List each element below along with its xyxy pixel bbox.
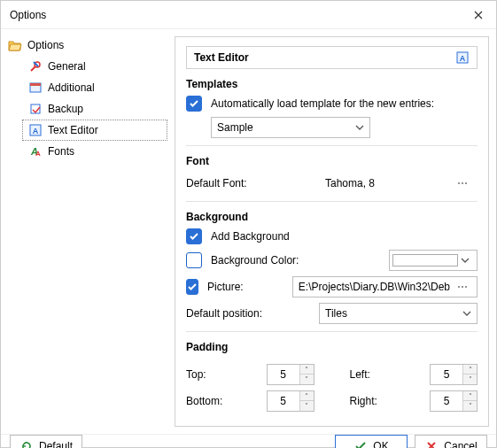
divider [186, 201, 478, 202]
settings-panel: Text Editor A Templates Automatically lo… [175, 36, 489, 427]
titlebar: Options [1, 1, 496, 29]
svg-text:A: A [460, 54, 466, 63]
add-background-checkbox[interactable] [186, 228, 202, 244]
close-icon [474, 11, 483, 19]
ellipsis-icon[interactable]: ⋯ [454, 177, 471, 189]
spin-up-icon[interactable]: ˄ [300, 365, 314, 375]
panel-header: Text Editor A [186, 46, 478, 69]
spin-down-icon[interactable]: ˅ [300, 375, 314, 384]
check-icon [189, 231, 199, 242]
ellipsis-icon[interactable]: ⋯ [454, 281, 471, 293]
default-font-field[interactable]: Tahoma, 8 ⋯ [319, 173, 478, 194]
tree-item-backup[interactable]: Backup [22, 98, 167, 120]
tree-item-label: Additional [48, 81, 95, 94]
section-background: Background [186, 211, 478, 223]
options-dialog: Options Options General [0, 0, 497, 448]
padding-top-value: 5 [268, 368, 299, 381]
tree-item-label: Backup [48, 103, 83, 115]
panel-title: Text Editor [194, 51, 455, 64]
spin-up-icon[interactable]: ˄ [300, 391, 314, 401]
background-color-label: Background Color: [211, 254, 380, 266]
cancel-button[interactable]: Cancel [415, 435, 487, 448]
background-color-swatch[interactable] [389, 250, 478, 271]
template-select[interactable]: Sample [211, 117, 370, 138]
default-button[interactable]: Default [10, 435, 82, 448]
picture-path-value: E:\Projects\Diary.DB\Win32\Deb [299, 281, 450, 293]
section-templates: Templates [186, 78, 478, 90]
tree-item-label: Text Editor [48, 124, 98, 136]
spin-down-icon[interactable]: ˅ [463, 375, 477, 384]
divider [186, 145, 478, 146]
tree-item-text-editor[interactable]: A Text Editor [22, 120, 167, 141]
tree-item-general[interactable]: General [22, 56, 167, 77]
dialog-footer: Default OK Cancel [1, 434, 496, 448]
additional-icon [28, 81, 43, 95]
tree-root-options[interactable]: Options [8, 36, 167, 54]
options-tree: Options General Additional [8, 36, 167, 427]
tree-item-label: Fonts [48, 145, 74, 158]
tree-item-additional[interactable]: Additional [22, 77, 167, 98]
window-title: Options [10, 9, 461, 21]
padding-top-label: Top: [186, 368, 239, 381]
chevron-down-icon [461, 258, 477, 263]
padding-left-value: 5 [431, 368, 462, 381]
template-value: Sample [217, 121, 355, 134]
section-font: Font [186, 155, 478, 167]
chevron-down-icon [462, 311, 471, 316]
padding-bottom-value: 5 [268, 395, 299, 407]
spin-up-icon[interactable]: ˄ [463, 391, 477, 401]
check-icon [189, 98, 199, 109]
spin-up-icon[interactable]: ˄ [463, 365, 477, 375]
auto-load-template-label: Automatically load template for the new … [211, 97, 434, 110]
spin-down-icon[interactable]: ˅ [463, 401, 477, 411]
background-color-checkbox[interactable] [186, 252, 202, 268]
ok-button[interactable]: OK [335, 435, 408, 448]
svg-rect-2 [30, 83, 41, 86]
svg-text:A: A [35, 150, 41, 158]
add-background-label: Add Background [211, 230, 290, 243]
color-preview [392, 254, 458, 266]
padding-right-value: 5 [431, 395, 462, 407]
tree-item-label: General [48, 60, 86, 73]
padding-left-spinner[interactable]: 5 ˄˅ [430, 364, 478, 385]
picture-label: Picture: [207, 281, 283, 293]
text-editor-icon: A [455, 50, 470, 65]
refresh-icon [19, 439, 34, 448]
chevron-down-icon [355, 125, 364, 130]
fonts-icon: AA [28, 144, 43, 158]
default-font-label: Default Font: [186, 177, 310, 189]
check-icon [353, 439, 368, 448]
auto-load-template-checkbox[interactable] [186, 96, 202, 112]
cancel-button-label: Cancel [444, 440, 477, 448]
spin-down-icon[interactable]: ˅ [300, 401, 314, 411]
section-padding: Padding [186, 341, 478, 353]
divider [186, 331, 478, 332]
padding-right-label: Right: [350, 395, 403, 407]
padding-left-label: Left: [350, 368, 403, 381]
svg-text:A: A [33, 127, 39, 135]
padding-bottom-spinner[interactable]: 5 ˄˅ [267, 390, 315, 412]
check-icon [187, 282, 198, 292]
default-position-value: Tiles [325, 307, 462, 320]
folder-open-icon [8, 38, 22, 52]
padding-right-spinner[interactable]: 5 ˄˅ [430, 390, 478, 412]
ok-button-label: OK [373, 440, 388, 448]
picture-path-field[interactable]: E:\Projects\Diary.DB\Win32\Deb ⋯ [292, 276, 478, 297]
cancel-icon [424, 439, 439, 448]
padding-bottom-label: Bottom: [186, 395, 239, 407]
tree-item-fonts[interactable]: AA Fonts [22, 141, 167, 162]
backup-icon [28, 102, 43, 116]
default-position-select[interactable]: Tiles [319, 303, 478, 324]
default-button-label: Default [39, 440, 73, 448]
tree-root-label: Options [27, 39, 64, 51]
text-editor-icon: A [28, 123, 43, 137]
close-button[interactable] [461, 1, 496, 29]
default-position-label: Default position: [186, 307, 310, 320]
padding-top-spinner[interactable]: 5 ˄˅ [267, 364, 315, 385]
picture-checkbox[interactable] [186, 279, 198, 295]
tools-icon [28, 59, 43, 73]
default-font-value: Tahoma, 8 [325, 177, 454, 189]
